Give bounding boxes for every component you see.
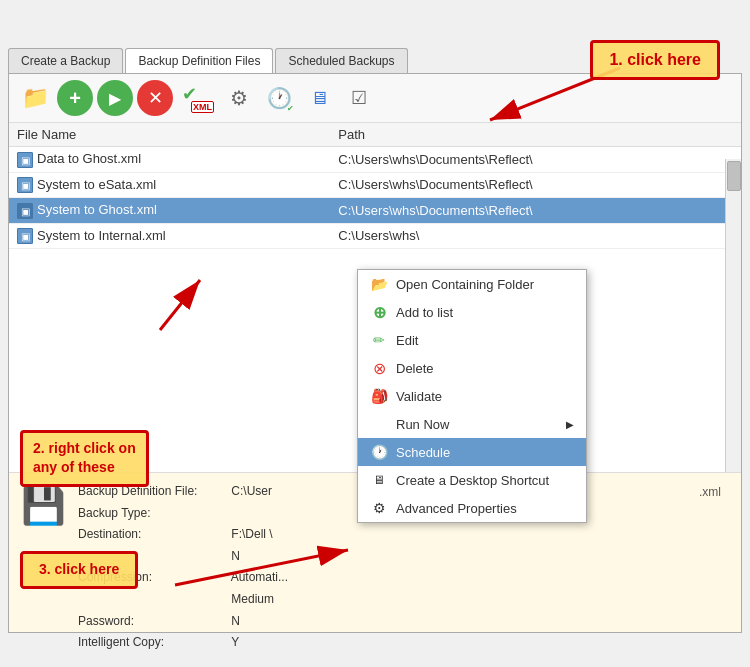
tab-create[interactable]: Create a Backup: [8, 48, 123, 73]
validate-icon: 🎒: [370, 387, 388, 405]
ctx-schedule[interactable]: 🕐 Schedule: [358, 438, 586, 466]
main-panel: 📁 + ▶ ✕ ✔ XML ⚙ 🕐 ✔ 🖥 ☑ File Name: [8, 73, 742, 633]
ctx-add-list[interactable]: ⊕ Add to list: [358, 298, 586, 326]
ctx-edit[interactable]: ✏ Edit: [358, 326, 586, 354]
tab-backup-def[interactable]: Backup Definition Files: [125, 48, 273, 73]
detail-row: Backup Type:: [78, 503, 288, 525]
detail-row: Intelligent Copy: Y: [78, 632, 288, 654]
toolbar: 📁 + ▶ ✕ ✔ XML ⚙ 🕐 ✔ 🖥 ☑: [9, 74, 741, 123]
run-icon: [370, 415, 388, 433]
add-button[interactable]: +: [57, 80, 93, 116]
main-container: 1. click here Create a Backup Backup Def…: [0, 40, 750, 667]
col-path: Path: [330, 123, 741, 147]
table-row-selected[interactable]: ▣System to Ghost.xml C:\Users\whs\Docume…: [9, 198, 741, 224]
col-filename: File Name: [9, 123, 330, 147]
suffix-label: .xml: [699, 485, 721, 499]
add-icon: ⊕: [370, 303, 388, 321]
ctx-validate[interactable]: 🎒 Validate: [358, 382, 586, 410]
delete-button[interactable]: ✕: [137, 80, 173, 116]
table-row[interactable]: ▣System to Internal.xml C:\Users\whs\: [9, 223, 741, 249]
submenu-arrow: ▶: [566, 419, 574, 430]
file-icon: ▣: [17, 152, 33, 168]
file-table: File Name Path ▣Data to Ghost.xml C:\Use…: [9, 123, 741, 249]
folder-button[interactable]: 📁: [17, 80, 53, 116]
annotation-1: 1. click here: [590, 40, 720, 80]
scrollbar[interactable]: [725, 159, 741, 472]
detail-row: Password: N: [78, 611, 288, 633]
ctx-open-folder[interactable]: 📂 Open Containing Folder: [358, 270, 586, 298]
detail-row: Destination: F:\Dell \: [78, 524, 288, 546]
folder-icon: 📂: [370, 275, 388, 293]
table-row[interactable]: ▣System to eSata.xml C:\Users\whs\Docume…: [9, 172, 741, 198]
file-icon: ▣: [17, 228, 33, 244]
forward-button[interactable]: ▶: [97, 80, 133, 116]
gear-button[interactable]: ⚙: [221, 80, 257, 116]
detail-row: Medium: [78, 589, 288, 611]
file-icon: ▣: [17, 203, 33, 219]
delete-icon: ⊗: [370, 359, 388, 377]
annotation-3: 3. click here: [20, 551, 138, 589]
schedule-icon: 🕐: [370, 443, 388, 461]
file-icon: ▣: [17, 177, 33, 193]
ctx-run-now[interactable]: Run Now ▶: [358, 410, 586, 438]
annotation-2: 2. right click on any of these: [20, 430, 149, 487]
tab-scheduled[interactable]: Scheduled Backups: [275, 48, 407, 73]
validate-button[interactable]: ✔ XML: [177, 80, 217, 116]
edit-icon: ✏: [370, 331, 388, 349]
backup-icon: 💾: [21, 485, 66, 527]
monitor-button[interactable]: 🖥: [301, 80, 337, 116]
context-menu: 📂 Open Containing Folder ⊕ Add to list ✏…: [357, 269, 587, 523]
shortcut-icon: 🖥: [370, 471, 388, 489]
clock-button[interactable]: 🕐 ✔: [261, 80, 297, 116]
checklist-button[interactable]: ☑: [341, 80, 377, 116]
ctx-desktop-shortcut[interactable]: 🖥 Create a Desktop Shortcut: [358, 466, 586, 494]
scroll-thumb[interactable]: [727, 161, 741, 191]
table-row[interactable]: ▣Data to Ghost.xml C:\Users\whs\Document…: [9, 147, 741, 173]
ctx-advanced[interactable]: ⚙ Advanced Properties: [358, 494, 586, 522]
ctx-delete[interactable]: ⊗ Delete: [358, 354, 586, 382]
advanced-icon: ⚙: [370, 499, 388, 517]
